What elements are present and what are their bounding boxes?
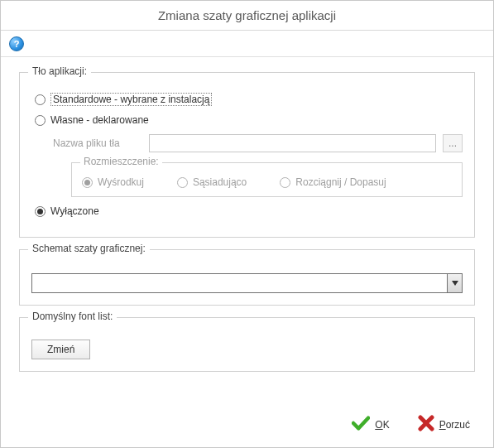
chevron-down-icon bbox=[452, 281, 458, 286]
toolbar: ? bbox=[1, 31, 493, 57]
ok-label: OK bbox=[375, 419, 389, 431]
cancel-label: Porzuć bbox=[439, 419, 470, 431]
window-title: Zmiana szaty graficznej aplikacji bbox=[158, 8, 336, 22]
scheme-legend: Schemat szaty graficznej: bbox=[28, 243, 150, 254]
placement-stretch-row: Rozciągnij / Dopasuj bbox=[280, 176, 386, 188]
change-font-button[interactable]: Zmień bbox=[31, 340, 90, 359]
radio-placement-tile bbox=[177, 177, 188, 188]
placement-tile-label: Sąsiadująco bbox=[193, 176, 247, 188]
help-icon[interactable]: ? bbox=[9, 36, 24, 51]
placement-center-label: Wyśrodkuj bbox=[98, 176, 144, 188]
placement-center-row: Wyśrodkuj bbox=[82, 176, 144, 188]
cancel-icon bbox=[418, 415, 434, 434]
scheme-groupbox: Schemat szaty graficznej: bbox=[19, 249, 475, 306]
radio-standard-row[interactable]: Standardowe - wybrane z instalacją bbox=[35, 93, 463, 106]
radio-off-row[interactable]: Wyłączone bbox=[35, 205, 463, 217]
scheme-dropdown-button[interactable] bbox=[447, 274, 462, 292]
placement-legend: Rozmieszczenie: bbox=[80, 156, 162, 167]
svg-marker-0 bbox=[452, 281, 458, 286]
titlebar: Zmiana szaty graficznej aplikacji bbox=[1, 1, 493, 31]
font-groupbox: Domyślny font list: Zmień bbox=[19, 317, 475, 372]
radio-custom-label[interactable]: Własne - deklarowane bbox=[50, 114, 149, 126]
browse-button[interactable]: ... bbox=[443, 134, 463, 152]
file-row: Nazwa pliku tła ... bbox=[53, 134, 463, 152]
radio-placement-center bbox=[82, 177, 93, 188]
radio-standard[interactable] bbox=[35, 94, 46, 105]
font-legend: Domyślny font list: bbox=[28, 311, 117, 322]
background-groupbox: Tło aplikacji: Standardowe - wybrane z i… bbox=[19, 72, 475, 238]
content-area: Tło aplikacji: Standardowe - wybrane z i… bbox=[1, 57, 493, 407]
background-legend: Tło aplikacji: bbox=[28, 65, 91, 77]
ok-button[interactable]: OK bbox=[352, 416, 389, 433]
cancel-button[interactable]: Porzuć bbox=[418, 415, 470, 434]
placement-tile-row: Sąsiadująco bbox=[177, 176, 247, 188]
radio-standard-label[interactable]: Standardowe - wybrane z instalacją bbox=[50, 93, 212, 106]
file-label: Nazwa pliku tła bbox=[53, 137, 142, 149]
radio-off[interactable] bbox=[35, 206, 46, 217]
file-input[interactable] bbox=[149, 134, 436, 152]
dialog-window: Zmiana szaty graficznej aplikacji ? Tło … bbox=[0, 0, 494, 448]
placement-groupbox: Rozmieszczenie: Wyśrodkuj Sąsiadująco Ro… bbox=[71, 162, 463, 197]
radio-custom[interactable] bbox=[35, 115, 46, 126]
scheme-combobox[interactable] bbox=[31, 273, 463, 293]
radio-custom-row[interactable]: Własne - deklarowane bbox=[35, 114, 463, 126]
radio-off-label[interactable]: Wyłączone bbox=[50, 205, 99, 217]
placement-stretch-label: Rozciągnij / Dopasuj bbox=[295, 176, 386, 188]
check-icon bbox=[352, 416, 370, 433]
placement-options: Wyśrodkuj Sąsiadująco Rozciągnij / Dopas… bbox=[82, 176, 452, 188]
footer: OK Porzuć bbox=[1, 407, 493, 447]
radio-placement-stretch bbox=[280, 177, 290, 188]
